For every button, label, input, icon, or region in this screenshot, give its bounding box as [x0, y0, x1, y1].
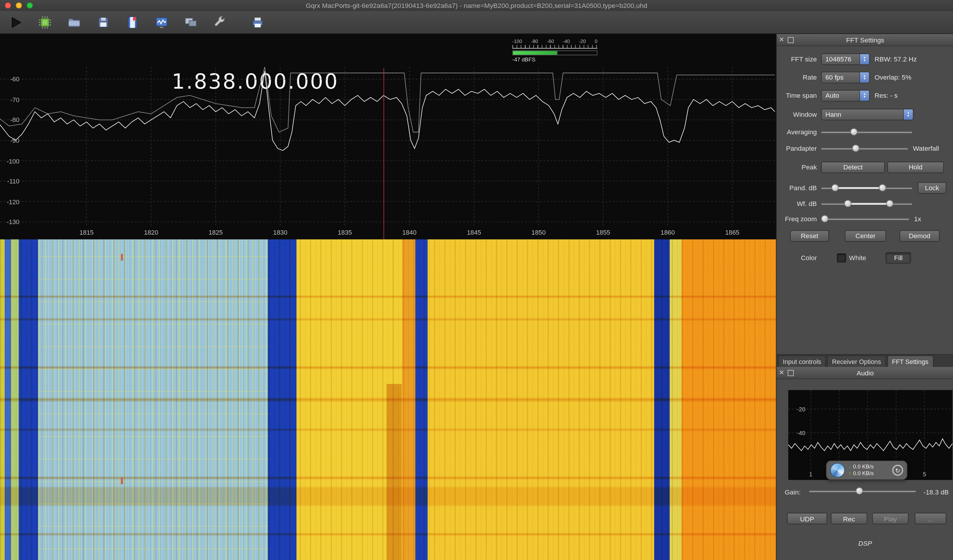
- axis-label: 1820: [144, 228, 158, 236]
- open-file-button[interactable]: [65, 14, 82, 31]
- dbfs-meter-fill: [513, 51, 557, 54]
- iq-tool-button[interactable]: [153, 14, 170, 31]
- axis-label: 1845: [467, 228, 481, 236]
- axis-label: 1830: [273, 228, 287, 236]
- save-file-button[interactable]: [95, 14, 112, 31]
- freq-zoom-slider[interactable]: [821, 214, 909, 223]
- floppy-icon: [96, 15, 111, 29]
- window-value: Hann: [826, 110, 841, 118]
- axis-label: 1: [809, 471, 813, 478]
- axis-label: -20: [791, 406, 806, 413]
- slider-handle[interactable]: [850, 128, 858, 135]
- pandapter-db-range-slider[interactable]: [821, 183, 912, 192]
- audio-svg: [788, 390, 952, 472]
- audio-dock: Audio ✕ -20-40 12345 ↓0.0 KB/s ↑0.0 KB/s…: [777, 367, 953, 560]
- meter-tick-label: -80: [531, 39, 538, 45]
- axis-label: -130: [1, 218, 19, 226]
- meter-ticks: [512, 45, 598, 48]
- fill-button[interactable]: Fill: [886, 252, 911, 263]
- window-select[interactable]: Hann ▲▼: [821, 109, 914, 120]
- dsp-options-button[interactable]: [212, 14, 228, 31]
- chip-icon: [38, 15, 53, 29]
- udp-button[interactable]: UDP: [787, 513, 827, 524]
- averaging-label: Averaging: [777, 128, 817, 135]
- titlebar: Gqrx MacPorts-git-6e92a6a7(20190413-6e92…: [0, 0, 953, 11]
- tab-input-controls[interactable]: Input controls: [778, 355, 826, 367]
- axis-label: -100: [1, 157, 19, 164]
- peak-hold-button[interactable]: Hold: [888, 161, 944, 173]
- printer-icon: [251, 15, 265, 29]
- peak-detect-button[interactable]: Detect: [821, 161, 885, 173]
- fft-size-select[interactable]: 1048576 ▲▼: [821, 53, 869, 65]
- time-span-select[interactable]: Auto ▲▼: [821, 90, 869, 101]
- bookmarks-button[interactable]: [124, 14, 141, 31]
- center-button[interactable]: Center: [845, 230, 886, 241]
- start-dsp-button[interactable]: [7, 14, 24, 31]
- rate-select[interactable]: 60 fps ▲▼: [821, 71, 869, 83]
- upload-arrow-icon: ↑: [849, 470, 851, 477]
- play-icon: [8, 15, 23, 29]
- tuning-marker: [383, 68, 384, 240]
- fft-settings-dock: FFT Settings ✕ FFT size 1048576 ▲▼ RBW: …: [777, 34, 953, 354]
- axis-label: -60: [1, 76, 19, 83]
- lock-button[interactable]: Lock: [918, 182, 947, 193]
- axis-label: 1860: [661, 228, 675, 236]
- pandapter-split-slider[interactable]: [821, 144, 908, 152]
- axis-label: -80: [1, 116, 19, 124]
- remote-control-button[interactable]: [182, 14, 199, 31]
- pandapter-plot[interactable]: -60-70-80-90-100-110-120-130 18151820182…: [0, 67, 775, 239]
- stepper-arrows-icon[interactable]: ▲▼: [859, 72, 869, 82]
- peak-label: Peak: [777, 164, 817, 171]
- spectrum-panel: 1.838.000.000 -100 -80 -60 -40 -20 0 -47…: [0, 34, 776, 239]
- waterfall-display[interactable]: [0, 239, 776, 560]
- waterfall-db-range-slider[interactable]: [821, 199, 912, 208]
- rec-button[interactable]: Rec: [831, 513, 868, 524]
- gqrx-window: Gqrx MacPorts-git-6e92a6a7(20190413-6e92…: [0, 0, 953, 560]
- slider-handle[interactable]: [852, 144, 860, 152]
- reset-button[interactable]: Reset: [790, 230, 829, 241]
- range-low-handle[interactable]: [831, 184, 838, 191]
- axis-label: 1850: [532, 228, 546, 236]
- pandapter-label: Pandapter: [777, 144, 817, 152]
- axis-label: 1825: [209, 228, 223, 236]
- rbw-info: RBW: 57.2 Hz: [875, 55, 917, 63]
- more-button[interactable]: ...: [915, 513, 946, 524]
- slider-handle[interactable]: [855, 487, 863, 495]
- range-low-handle[interactable]: [844, 200, 851, 207]
- slider-handle[interactable]: [821, 215, 828, 222]
- stepper-arrows-icon[interactable]: ▲▼: [859, 54, 869, 64]
- dbfs-value: -47 dBFS: [512, 56, 598, 63]
- spectrum-svg: [0, 67, 775, 226]
- fft-settings-header: FFT Settings ✕: [777, 34, 953, 46]
- range-high-handle[interactable]: [886, 200, 893, 207]
- fft-settings-title: FFT Settings: [777, 36, 953, 43]
- axis-label: 1855: [596, 228, 610, 236]
- tab-fft-settings[interactable]: FFT Settings: [887, 355, 933, 367]
- refresh-icon[interactable]: ↻: [892, 465, 903, 476]
- range-fill: [847, 203, 889, 205]
- slider-groove: [821, 131, 912, 133]
- dbfs-meter-bar: [512, 50, 598, 55]
- play-button[interactable]: Play: [872, 513, 909, 524]
- stepper-arrows-icon[interactable]: ▲▼: [859, 90, 869, 100]
- tab-receiver-options[interactable]: Receiver Options: [827, 355, 886, 367]
- toolbar: [0, 11, 953, 34]
- stepper-arrows-icon[interactable]: ▲▼: [903, 109, 913, 119]
- network-monitor-overlay: ↓0.0 KB/s ↑0.0 KB/s ↻: [826, 461, 907, 480]
- decoder-button[interactable]: [249, 14, 266, 31]
- range-high-handle[interactable]: [878, 184, 886, 191]
- rate-value: 60 fps: [826, 73, 844, 81]
- audio-gain-slider[interactable]: [809, 487, 916, 495]
- axis-label: 5: [923, 471, 926, 478]
- demod-button[interactable]: Demod: [899, 230, 939, 241]
- white-checkbox[interactable]: [837, 253, 846, 262]
- freq-zoom-value: 1x: [914, 215, 921, 222]
- averaging-slider[interactable]: [821, 127, 912, 136]
- fft-size-label: FFT size: [777, 55, 817, 63]
- dsp-label: DSP: [777, 540, 953, 547]
- waterfall-speckle: [0, 239, 776, 560]
- configure-io-button[interactable]: [37, 14, 54, 31]
- axis-label: -70: [1, 96, 19, 103]
- meter-tick-label: -20: [579, 39, 586, 45]
- download-arrow-icon: ↓: [849, 464, 851, 470]
